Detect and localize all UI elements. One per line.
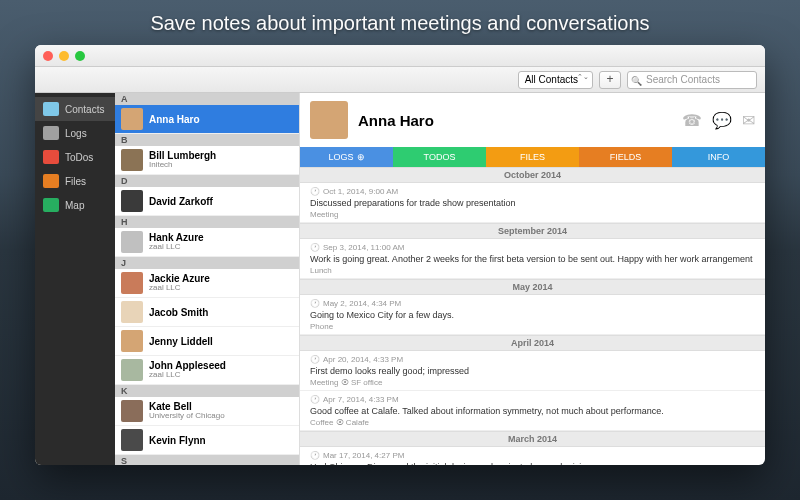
contact-name: Anna Haro (149, 114, 200, 125)
log-entry[interactable]: Mar 17, 2014, 4:27 PMHad Chinese. Discus… (300, 447, 765, 465)
avatar (121, 301, 143, 323)
detail-pane: Anna Haro ☎ 💬 ✉ LOGS ⊕TODOSFILESFIELDSIN… (300, 93, 765, 465)
month-header: September 2014 (300, 223, 765, 239)
sidebar-item-label: Map (65, 200, 84, 211)
section-header: A (115, 93, 299, 105)
todos-icon (43, 150, 59, 164)
contact-name: Anna Haro (358, 112, 672, 129)
log-entry[interactable]: May 2, 2014, 4:34 PMGoing to Mexico City… (300, 295, 765, 335)
avatar (121, 330, 143, 352)
contact-name: David Zarkoff (149, 196, 213, 207)
month-header: May 2014 (300, 279, 765, 295)
list-item[interactable]: Hank Azurezaal LLC (115, 228, 299, 257)
contact-company: Initech (149, 161, 216, 170)
contact-company: University of Chicago (149, 412, 225, 421)
app-window: All Contacts + Search Contacts ContactsL… (35, 45, 765, 465)
sidebar-item-todos[interactable]: ToDos (35, 145, 115, 169)
contact-company: zaal LLC (149, 243, 204, 252)
log-entry[interactable]: Apr 7, 2014, 4:33 PMGood coffee at Calaf… (300, 391, 765, 431)
avatar (121, 231, 143, 253)
contacts-filter-select[interactable]: All Contacts (518, 71, 593, 89)
log-tags: Meeting (310, 210, 755, 219)
toolbar: All Contacts + Search Contacts (35, 67, 765, 93)
log-entry[interactable]: Apr 20, 2014, 4:33 PMFirst demo looks re… (300, 351, 765, 391)
log-body: Had Chinese. Discussed the initial desig… (310, 462, 755, 465)
avatar (121, 108, 143, 130)
minimize-icon[interactable] (59, 51, 69, 61)
section-header: D (115, 175, 299, 187)
log-tags: Lunch (310, 266, 755, 275)
section-header: K (115, 385, 299, 397)
log-timestamp: Apr 7, 2014, 4:33 PM (310, 395, 755, 404)
sidebar-item-label: Files (65, 176, 86, 187)
phone-icon[interactable]: ☎ (682, 111, 702, 130)
sidebar-item-files[interactable]: Files (35, 169, 115, 193)
log-entry[interactable]: Sep 3, 2014, 11:00 AMWork is going great… (300, 239, 765, 279)
contact-name: Kevin Flynn (149, 435, 206, 446)
log-body: Discussed preparations for trade show pr… (310, 198, 755, 208)
sidebar: ContactsLogsToDosFilesMap (35, 93, 115, 465)
zoom-icon[interactable] (75, 51, 85, 61)
list-item[interactable]: John Appleseedzaal LLC (115, 356, 299, 385)
tab-files[interactable]: FILES (486, 147, 579, 167)
contact-name: Jenny Liddell (149, 336, 213, 347)
log-timestamp: Mar 17, 2014, 4:27 PM (310, 451, 755, 460)
avatar (310, 101, 348, 139)
log-tags: Coffee ⦿ Calafe (310, 418, 755, 427)
chat-icon[interactable]: 💬 (712, 111, 732, 130)
avatar (121, 149, 143, 171)
add-contact-button[interactable]: + (599, 71, 621, 89)
list-item[interactable]: Kate BellUniversity of Chicago (115, 397, 299, 426)
contact-list: AAnna HaroBBill LumberghInitechDDavid Za… (115, 93, 300, 465)
log-tags: Meeting ⦿ SF office (310, 378, 755, 387)
logs-icon (43, 126, 59, 140)
tab-logs[interactable]: LOGS ⊕ (300, 147, 393, 167)
log-timestamp: Sep 3, 2014, 11:00 AM (310, 243, 755, 252)
log-body: Work is going great. Another 2 weeks for… (310, 254, 755, 264)
log-tags: Phone (310, 322, 755, 331)
list-item[interactable]: David Zarkoff (115, 187, 299, 216)
map-icon (43, 198, 59, 212)
search-input[interactable]: Search Contacts (627, 71, 757, 89)
contact-company: zaal LLC (149, 371, 226, 380)
list-item[interactable]: Bill LumberghInitech (115, 146, 299, 175)
detail-tabs: LOGS ⊕TODOSFILESFIELDSINFO (300, 147, 765, 167)
list-item[interactable]: Kevin Flynn (115, 426, 299, 455)
sidebar-item-label: ToDos (65, 152, 93, 163)
tab-todos[interactable]: TODOS (393, 147, 486, 167)
month-header: October 2014 (300, 167, 765, 183)
list-item[interactable]: Jackie Azurezaal LLC (115, 269, 299, 298)
section-header: J (115, 257, 299, 269)
titlebar (35, 45, 765, 67)
log-timestamp: Apr 20, 2014, 4:33 PM (310, 355, 755, 364)
log-timestamp: May 2, 2014, 4:34 PM (310, 299, 755, 308)
tab-fields[interactable]: FIELDS (579, 147, 672, 167)
avatar (121, 272, 143, 294)
avatar (121, 359, 143, 381)
avatar (121, 400, 143, 422)
log-entry[interactable]: Oct 1, 2014, 9:00 AMDiscussed preparatio… (300, 183, 765, 223)
logs-list: October 2014Oct 1, 2014, 9:00 AMDiscusse… (300, 167, 765, 465)
files-icon (43, 174, 59, 188)
log-body: Going to Mexico City for a few days. (310, 310, 755, 320)
section-header: B (115, 134, 299, 146)
log-timestamp: Oct 1, 2014, 9:00 AM (310, 187, 755, 196)
log-body: Good coffee at Calafe. Talked about info… (310, 406, 755, 416)
avatar (121, 190, 143, 212)
list-item[interactable]: Anna Haro (115, 105, 299, 134)
close-icon[interactable] (43, 51, 53, 61)
list-item[interactable]: Jacob Smith (115, 298, 299, 327)
mail-icon[interactable]: ✉ (742, 111, 755, 130)
sidebar-item-logs[interactable]: Logs (35, 121, 115, 145)
log-body: First demo looks really good; impressed (310, 366, 755, 376)
list-item[interactable]: Jenny Liddell (115, 327, 299, 356)
sidebar-item-label: Logs (65, 128, 87, 139)
contact-name: Jacob Smith (149, 307, 208, 318)
sidebar-item-map[interactable]: Map (35, 193, 115, 217)
section-header: S (115, 455, 299, 465)
tab-info[interactable]: INFO (672, 147, 765, 167)
section-header: H (115, 216, 299, 228)
marketing-caption: Save notes about important meetings and … (0, 12, 800, 35)
contact-company: zaal LLC (149, 284, 210, 293)
sidebar-item-contacts[interactable]: Contacts (35, 97, 115, 121)
